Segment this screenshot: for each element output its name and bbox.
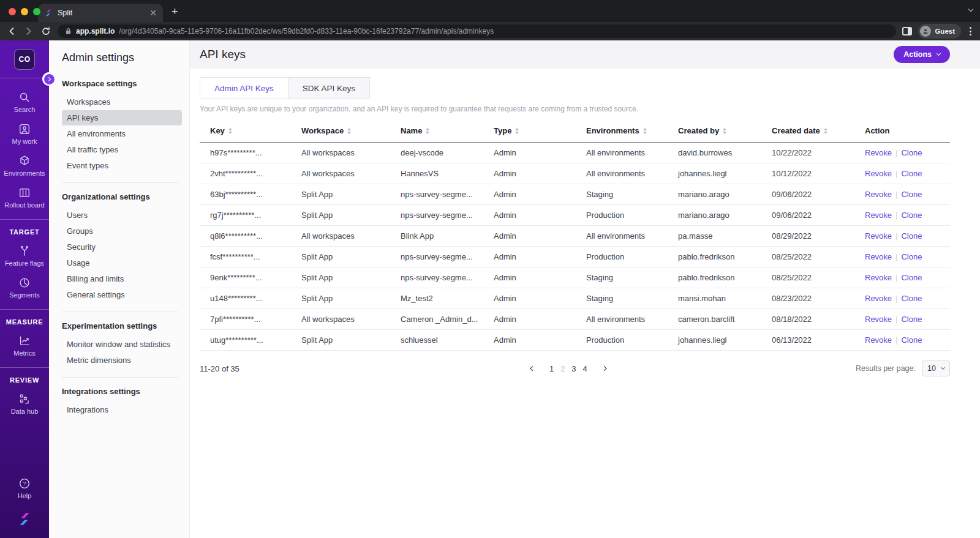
results-per-page-label: Results per page: — [856, 364, 916, 373]
sidebar-item-my-work[interactable]: My work — [12, 122, 37, 145]
results-per-page-select[interactable]: 10 — [922, 361, 950, 376]
revoke-link[interactable]: Revoke — [865, 211, 892, 220]
clone-link[interactable]: Clone — [901, 315, 922, 324]
sidebar-item-usage[interactable]: Usage — [62, 255, 182, 271]
cell-type: Admin — [483, 247, 576, 267]
sidebar-item-feature-flags[interactable]: Feature flags — [5, 244, 44, 267]
sort-icon[interactable] — [643, 128, 647, 134]
clone-link[interactable]: Clone — [901, 335, 922, 345]
lock-icon — [65, 28, 72, 35]
side-panel-icon[interactable] — [902, 27, 912, 35]
revoke-link[interactable]: Revoke — [865, 315, 892, 324]
cell-created-date: 08/18/2022 — [761, 309, 854, 329]
divider — [0, 219, 49, 220]
tab-close-icon[interactable]: ✕ — [149, 9, 157, 17]
revoke-link[interactable]: Revoke — [865, 190, 892, 199]
clone-link[interactable]: Clone — [901, 211, 922, 220]
revoke-link[interactable]: Revoke — [865, 231, 892, 241]
minimize-window-button[interactable] — [21, 8, 28, 15]
sidebar-item-environments[interactable]: Environments — [4, 154, 45, 177]
cell-action: Revoke|Clone — [854, 226, 950, 246]
window-controls[interactable] — [9, 8, 40, 15]
cell-created-by: johannes.liegl — [668, 163, 761, 184]
close-window-button[interactable] — [9, 8, 16, 15]
sidebar-item-monitor-window-and-statistics[interactable]: Monitor window and statistics — [62, 337, 182, 352]
revoke-link[interactable]: Revoke — [865, 294, 892, 303]
sidebar-item-metric-dimensions[interactable]: Metric dimensions — [62, 353, 182, 368]
zoom-window-button[interactable] — [33, 8, 40, 15]
page-2[interactable]: 2 — [560, 364, 565, 373]
sidebar-item-segments[interactable]: Segments — [9, 276, 40, 299]
sort-icon[interactable] — [347, 128, 351, 134]
clone-link[interactable]: Clone — [901, 190, 922, 199]
sort-icon[interactable] — [228, 128, 232, 134]
column-header-created-by[interactable]: Created by — [668, 122, 761, 142]
browser-tab[interactable]: Split ✕ — [38, 4, 163, 22]
clone-link[interactable]: Clone — [901, 294, 922, 303]
column-header-type[interactable]: Type — [483, 122, 576, 142]
previous-page-icon[interactable] — [522, 367, 543, 370]
new-tab-button[interactable]: + — [172, 6, 178, 18]
sidebar-item-api-keys[interactable]: API keys — [62, 110, 182, 125]
sort-icon[interactable] — [824, 128, 827, 134]
sort-icon[interactable] — [723, 128, 726, 134]
cell-created-by: mariano.arago — [668, 184, 761, 204]
sidebar-item-all-traffic-types[interactable]: All traffic types — [62, 142, 182, 157]
page-3[interactable]: 3 — [571, 364, 576, 373]
sidebar-item-users[interactable]: Users — [62, 207, 182, 223]
revoke-link[interactable]: Revoke — [865, 169, 892, 178]
sort-icon[interactable] — [515, 128, 519, 134]
revoke-link[interactable]: Revoke — [865, 148, 892, 157]
cell-key: 9enk*********... — [200, 267, 291, 288]
sidebar-item-workspaces[interactable]: Workspaces — [62, 94, 182, 110]
column-header-created-date[interactable]: Created date — [761, 122, 854, 142]
clone-link[interactable]: Clone — [901, 148, 922, 157]
sidebar-expand-button[interactable] — [42, 72, 56, 86]
profile-button[interactable]: Guest — [918, 24, 961, 39]
sidebar-item-integrations[interactable]: Integrations — [62, 402, 182, 417]
sidebar-item-rollout-board[interactable]: Rollout board — [4, 186, 44, 209]
clone-link[interactable]: Clone — [901, 252, 922, 261]
back-icon[interactable] — [6, 26, 17, 37]
reload-icon[interactable] — [40, 26, 51, 37]
sidebar-item-billing-and-limits[interactable]: Billing and limits — [62, 271, 182, 286]
revoke-link[interactable]: Revoke — [865, 335, 892, 345]
column-header-key[interactable]: Key — [200, 122, 291, 142]
sidebar-item-all-environments[interactable]: All environments — [62, 126, 182, 141]
tab-admin-api-keys[interactable]: Admin API Keys — [200, 77, 288, 99]
sidebar-item-general-settings[interactable]: General settings — [62, 287, 182, 302]
sidebar-item-groups[interactable]: Groups — [62, 223, 182, 239]
browser-toolbar: app.split.io/org/4d3405a0-9ca5-11e5-9706… — [0, 22, 980, 40]
org-logo[interactable]: CO — [14, 49, 35, 70]
sort-icon[interactable] — [426, 128, 429, 134]
clone-link[interactable]: Clone — [901, 273, 922, 282]
forward-icon[interactable] — [23, 26, 34, 37]
api-keys-table: KeyWorkspaceNameTypeEnvironmentsCreated … — [200, 122, 950, 351]
divider — [0, 78, 49, 78]
sidebar-item-search[interactable]: Search — [14, 91, 36, 113]
column-header-name[interactable]: Name — [390, 122, 483, 142]
actions-button[interactable]: Actions — [894, 46, 950, 63]
sidebar-item-security[interactable]: Security — [62, 239, 182, 255]
sidebar-item-help[interactable]: ? Help — [18, 477, 32, 499]
sidebar-item-metrics[interactable]: Metrics — [13, 334, 35, 357]
sidebar-item-data-hub[interactable]: Data hub — [11, 392, 39, 415]
page-4[interactable]: 4 — [583, 364, 587, 373]
next-page-icon[interactable] — [594, 367, 615, 370]
revoke-link[interactable]: Revoke — [865, 273, 892, 282]
tab-sdk-api-keys[interactable]: SDK API Keys — [288, 77, 370, 99]
revoke-link[interactable]: Revoke — [865, 252, 892, 261]
column-header-workspace[interactable]: Workspace — [291, 122, 390, 142]
page-1[interactable]: 1 — [549, 364, 554, 373]
clone-link[interactable]: Clone — [901, 231, 922, 241]
clone-link[interactable]: Clone — [901, 169, 922, 178]
cell-created-date: 08/25/2022 — [761, 267, 854, 288]
cell-workspace: All workspaces — [291, 226, 390, 246]
sidebar-item-event-types[interactable]: Event types — [62, 158, 182, 173]
url-bar[interactable]: app.split.io/org/4d3405a0-9ca5-11e5-9706… — [58, 24, 896, 38]
column-header-environments[interactable]: Environments — [576, 122, 668, 142]
tab-search-chevron-icon[interactable] — [968, 7, 973, 12]
svg-text:?: ? — [23, 480, 26, 487]
browser-menu-icon[interactable] — [967, 27, 974, 35]
cell-created-date: 10/22/2022 — [761, 143, 854, 163]
